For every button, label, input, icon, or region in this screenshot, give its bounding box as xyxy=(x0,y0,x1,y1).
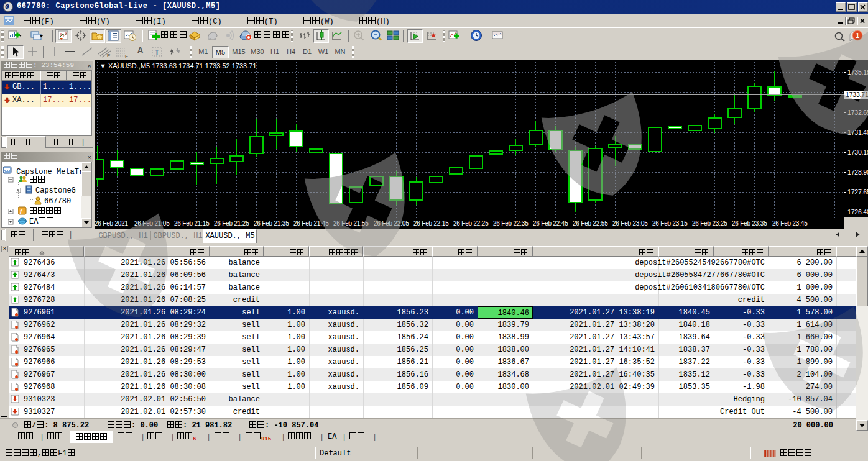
svg-text:1: 1 xyxy=(856,32,859,39)
svg-text:T: T xyxy=(155,48,159,56)
svg-text:E: E xyxy=(107,53,110,58)
svg-text:F: F xyxy=(125,53,128,59)
